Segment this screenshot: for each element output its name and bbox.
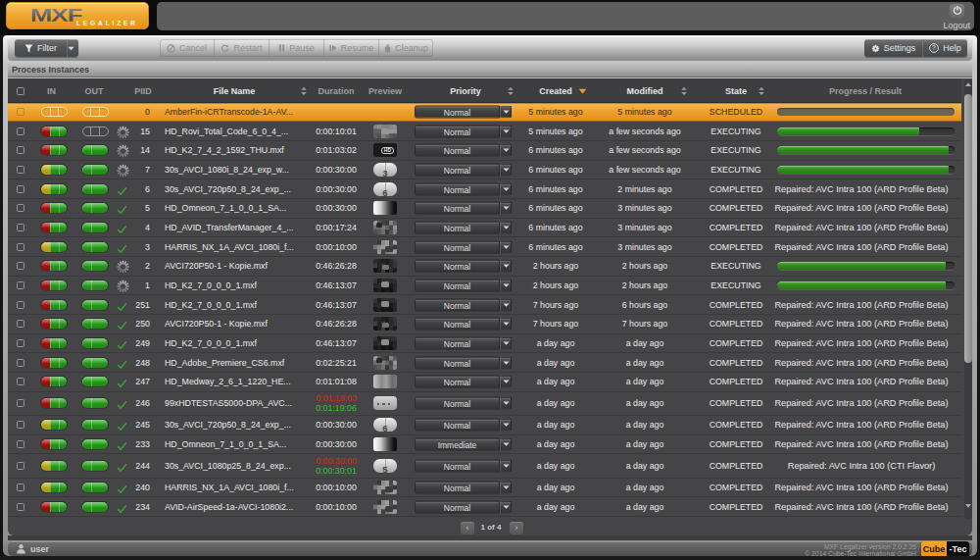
svg-text:?: ? (932, 44, 936, 51)
